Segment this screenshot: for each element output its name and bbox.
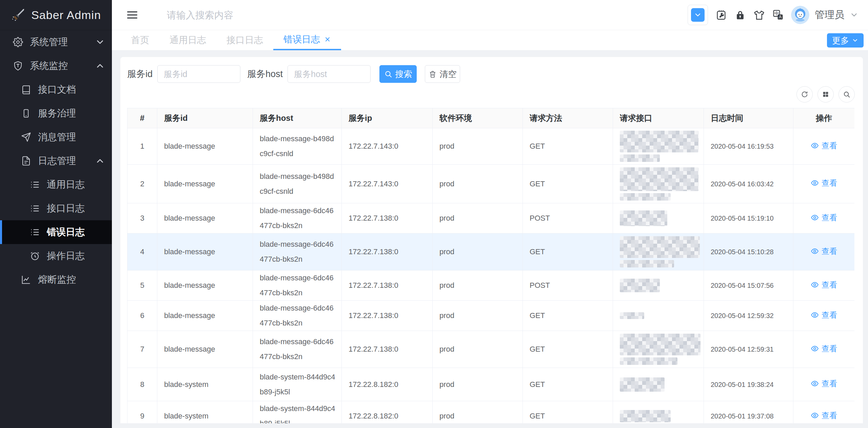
- topbar: 中A 管理员: [112, 0, 868, 30]
- cell-time: 2020-05-04 16:19:53: [704, 128, 793, 165]
- sidebar-item[interactable]: 操作日志: [0, 244, 112, 268]
- view-link[interactable]: 查看: [811, 278, 837, 291]
- cell-api: [613, 271, 704, 301]
- cell-api: [613, 203, 704, 234]
- service-id-label: 服务id: [127, 68, 153, 80]
- sword-icon: [11, 8, 25, 22]
- search-icon-button[interactable]: [839, 86, 855, 103]
- user-menu[interactable]: 管理员: [791, 0, 859, 30]
- sidebar-item[interactable]: 消息管理: [0, 125, 112, 149]
- cell-method: GET: [523, 165, 613, 203]
- tab[interactable]: 通用日志: [159, 30, 216, 50]
- table-toolbar: [796, 86, 855, 103]
- sidebar-item[interactable]: 熔断监控: [0, 268, 112, 292]
- more-button[interactable]: 更多: [827, 33, 864, 48]
- tab[interactable]: 错误日志: [273, 30, 341, 50]
- tab[interactable]: 接口日志: [216, 30, 273, 50]
- list-icon: [30, 227, 40, 237]
- table-wrap: #服务id服务host服务ip软件环境请求方法请求接口日志时间操作1blade-…: [127, 108, 854, 423]
- lock-icon[interactable]: [734, 9, 746, 21]
- service-host-input[interactable]: [288, 65, 371, 83]
- sidebar-item[interactable]: 错误日志: [0, 220, 112, 244]
- avatar: [791, 6, 809, 24]
- sidebar-item[interactable]: 系统管理: [0, 30, 112, 54]
- view-link-label: 查看: [822, 176, 837, 189]
- cell-method: POST: [523, 271, 613, 301]
- redacted-mosaic: [620, 236, 700, 258]
- eye-icon: [811, 142, 819, 150]
- tab-label: 首页: [131, 34, 149, 46]
- sidebar-item[interactable]: 接口文档: [0, 78, 112, 101]
- table-row: 5blade-messageblade-message-6dc46477cb-b…: [127, 271, 855, 301]
- grid-icon-button[interactable]: [817, 86, 834, 103]
- close-icon[interactable]: [324, 36, 331, 43]
- cell-env: prod: [433, 165, 523, 203]
- cell-service-ip: 172.22.7.138:0: [342, 331, 433, 368]
- redacted-mosaic: [620, 210, 667, 226]
- hamburger-icon[interactable]: [126, 9, 138, 21]
- send-icon: [21, 132, 31, 142]
- table-row: 7blade-messageblade-message-6dc46477cb-b…: [127, 331, 855, 368]
- cell-method: GET: [523, 401, 613, 424]
- tools-icon[interactable]: [715, 9, 727, 21]
- chevron-up-icon: [95, 156, 105, 166]
- sidebar-item[interactable]: 系统监控: [0, 54, 112, 78]
- search-button[interactable]: 搜索: [379, 65, 417, 83]
- topbar-icons: 中A: [688, 0, 803, 30]
- sidebar-item[interactable]: 服务治理: [0, 101, 112, 125]
- refresh-icon-button[interactable]: [796, 86, 813, 103]
- view-link[interactable]: 查看: [811, 309, 837, 321]
- cell-action: 查看: [793, 128, 855, 165]
- view-link[interactable]: 查看: [811, 245, 837, 258]
- tab[interactable]: 首页: [121, 30, 159, 50]
- tshirt-icon[interactable]: [753, 9, 765, 21]
- clear-button[interactable]: 清空: [425, 65, 460, 83]
- cell-action: 查看: [793, 401, 855, 424]
- cell-index: 3: [127, 203, 157, 234]
- sidebar-item[interactable]: 接口日志: [0, 197, 112, 220]
- logo[interactable]: Saber Admin: [0, 0, 112, 30]
- table-row: 9blade-systemblade-system-844d9c4b89-j5k…: [127, 401, 855, 424]
- column-header-service_ip: 服务ip: [342, 108, 433, 128]
- redacted-mosaic: [620, 377, 665, 392]
- filter-row: 服务id 服务host 搜索 清空: [127, 65, 460, 83]
- view-link-label: 查看: [822, 377, 837, 390]
- cell-service-ip: 172.22.8.182:0: [342, 401, 433, 424]
- table-row: 2blade-messageblade-message-b498dc9cf-cs…: [127, 165, 855, 203]
- global-search-input[interactable]: [166, 7, 344, 23]
- cell-service-host: blade-message-6dc46477cb-bks2n: [253, 234, 342, 271]
- cell-env: prod: [433, 301, 523, 331]
- table-row: 1blade-messageblade-message-b498dc9cf-cs…: [127, 128, 855, 165]
- cell-service-host: blade-system-844d9c4b89-j5k5l: [253, 401, 342, 424]
- cell-service-ip: 172.22.7.143:0: [342, 165, 433, 203]
- view-link[interactable]: 查看: [811, 139, 837, 152]
- cell-env: prod: [433, 368, 523, 401]
- trash-icon: [429, 70, 437, 78]
- chevron-down-icon: [852, 37, 859, 44]
- sidebar-item-label: 日志管理: [38, 154, 76, 167]
- view-link[interactable]: 查看: [811, 176, 837, 189]
- cell-service-host: blade-message-b498dc9cf-csnld: [253, 165, 342, 203]
- translate-icon[interactable]: 中A: [772, 9, 784, 21]
- cell-service-id: blade-message: [157, 165, 253, 203]
- color-picker-dropdown[interactable]: [688, 5, 708, 25]
- sidebar-item[interactable]: 通用日志: [0, 173, 112, 197]
- service-id-input[interactable]: [157, 65, 240, 83]
- view-link[interactable]: 查看: [811, 409, 837, 422]
- sidebar-item[interactable]: 日志管理: [0, 149, 112, 173]
- view-link[interactable]: 查看: [811, 211, 837, 224]
- cell-method: GET: [523, 301, 613, 331]
- cell-service-ip: 172.22.7.138:0: [342, 271, 433, 301]
- cell-service-host: blade-message-b498dc9cf-csnld: [253, 128, 342, 165]
- cell-service-id: blade-message: [157, 128, 253, 165]
- cell-service-ip: 172.22.7.143:0: [342, 128, 433, 165]
- view-link[interactable]: 查看: [811, 342, 837, 355]
- eye-icon: [811, 379, 819, 388]
- cell-api: [613, 331, 704, 368]
- view-link[interactable]: 查看: [811, 377, 837, 390]
- column-header-time: 日志时间: [704, 108, 793, 128]
- eye-icon: [811, 311, 819, 319]
- gear-icon: [13, 37, 23, 47]
- cell-index: 2: [127, 165, 157, 203]
- service-host-label: 服务host: [247, 68, 283, 80]
